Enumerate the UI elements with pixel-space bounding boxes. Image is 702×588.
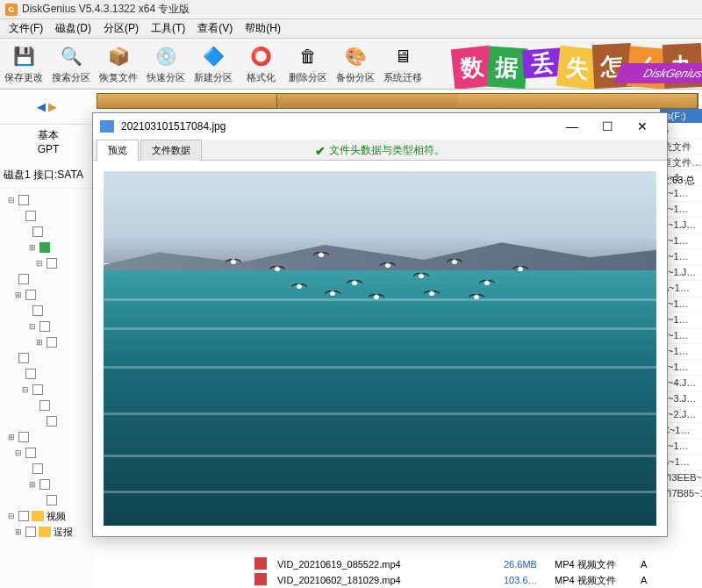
checkbox-icon[interactable] [47, 337, 57, 348]
nav-arrows[interactable]: ◀▶ [0, 90, 97, 125]
toolbar-button[interactable]: 🗑删除分区 [284, 39, 332, 89]
checkbox-icon[interactable] [32, 384, 43, 395]
toolbar-button[interactable]: 📦恢复文件 [95, 39, 142, 89]
checkbox-icon[interactable] [25, 369, 36, 379]
expand-icon[interactable]: ⊞ [14, 527, 23, 536]
tree-row[interactable] [2, 413, 95, 429]
checkbox-icon[interactable] [25, 211, 36, 221]
checkbox-icon[interactable] [39, 479, 50, 490]
minimize-button[interactable]: — [555, 115, 590, 138]
disk-map-bar[interactable] [97, 93, 698, 109]
tree-row[interactable] [2, 208, 95, 224]
checkbox-icon[interactable] [25, 290, 36, 300]
tree-row[interactable]: ⊞ [2, 334, 95, 350]
checkbox-icon[interactable] [18, 195, 29, 205]
video-file-icon [254, 573, 267, 585]
checkbox-icon[interactable] [39, 242, 50, 253]
checkbox-icon[interactable] [18, 432, 29, 442]
file-row[interactable]: VID_20210619_085522.mp426.6MBMP4 视频文件A [254, 556, 658, 572]
tree-row[interactable] [2, 461, 95, 477]
dialog-filename: 202103101517084.jpg [121, 120, 555, 133]
expand-icon[interactable]: ⊟ [21, 385, 30, 394]
tree-row[interactable]: ⊞ [2, 477, 95, 492]
menu-item[interactable]: 文件(F) [4, 19, 48, 38]
tree-row[interactable]: ⊟ [2, 192, 95, 208]
toolbar-button[interactable]: 🖥系统迁移 [379, 39, 426, 89]
menu-item[interactable]: 查看(V) [192, 19, 238, 38]
toolbar-button[interactable]: 💿快速分区 [142, 39, 190, 89]
checkbox-icon[interactable] [47, 495, 57, 506]
tree-row[interactable]: ⊞ [2, 287, 95, 303]
checkbox-icon[interactable] [25, 527, 36, 537]
bird-icon [369, 291, 384, 302]
preview-dialog: 202103101517084.jpg — ☐ ✕ 预览 文件数据 ✔ 文件头数… [92, 112, 668, 537]
expand-icon[interactable]: ⊟ [7, 512, 16, 520]
menu-item[interactable]: 帮助(H) [240, 19, 286, 38]
tree-row[interactable]: ⊟ [2, 319, 95, 334]
expand-icon[interactable]: ⊟ [14, 448, 23, 457]
checkbox-icon[interactable] [47, 258, 57, 269]
tree-row[interactable]: ⊟ [2, 382, 95, 398]
checkbox-icon[interactable] [39, 400, 50, 411]
bird-icon [479, 277, 495, 288]
tree-row[interactable] [2, 366, 95, 382]
expand-icon[interactable]: ⊞ [7, 433, 16, 441]
folder-icon [32, 511, 44, 521]
checkbox-icon[interactable] [39, 321, 50, 332]
file-row[interactable]: VID_20210602_181029.mp4103.6…MP4 视频文件A [254, 572, 658, 588]
menu-item[interactable]: 磁盘(D) [50, 19, 97, 38]
dialog-titlebar[interactable]: 202103101517084.jpg — ☐ ✕ [93, 113, 667, 140]
expand-icon[interactable]: ⊞ [28, 480, 37, 489]
menu-item[interactable]: 工具(T) [146, 19, 190, 38]
bird-icon [226, 256, 241, 267]
toolbar-button[interactable]: 🔷新建分区 [190, 39, 237, 89]
tree-row[interactable] [2, 492, 95, 508]
toolbar-icon: 🖥 [390, 43, 416, 69]
expand-icon[interactable]: ⊟ [7, 196, 16, 204]
tree-row[interactable] [2, 303, 95, 319]
dialog-tabs: 预览 文件数据 ✔ 文件头数据与类型相符。 [93, 140, 667, 161]
tree-row[interactable]: ⊞ [2, 429, 95, 445]
file-list-bottom: VID_20210619_085522.mp426.6MBMP4 视频文件AVI… [254, 556, 658, 588]
preview-body [93, 161, 667, 536]
checkbox-icon[interactable] [32, 305, 43, 316]
checkbox-icon[interactable] [18, 353, 29, 363]
bird-icon [380, 260, 396, 270]
expand-icon[interactable]: ⊟ [28, 322, 37, 331]
close-button[interactable]: ✕ [625, 115, 660, 138]
toolbar-button[interactable]: 🎨备份分区 [332, 39, 379, 89]
expand-icon[interactable]: ⊞ [28, 243, 37, 252]
checkbox-icon[interactable] [47, 416, 57, 427]
tree-row[interactable]: ⊞ [2, 240, 95, 255]
toolbar-button[interactable]: 🔍搜索分区 [47, 39, 95, 89]
expand-icon[interactable]: ⊞ [35, 338, 44, 347]
tree-row[interactable] [2, 224, 95, 240]
menu-item[interactable]: 分区(P) [98, 19, 144, 38]
disk-type-info: 基本 GPT [0, 125, 97, 162]
tab-file-data[interactable]: 文件数据 [140, 140, 202, 161]
maximize-button[interactable]: ☐ [590, 115, 625, 138]
toolbar-icon: 🔍 [58, 43, 84, 69]
checkbox-icon[interactable] [32, 463, 43, 474]
toolbar-icon: ⭕ [247, 43, 274, 69]
bird-icon [313, 249, 329, 260]
toolbar-button[interactable]: 💾保存更改 [0, 39, 47, 89]
tree-row[interactable] [2, 271, 95, 287]
tree-row[interactable] [2, 350, 95, 366]
checkbox-icon[interactable] [18, 274, 29, 284]
tab-preview[interactable]: 预览 [97, 140, 139, 161]
tree-row[interactable]: ⊟视频 [2, 508, 95, 524]
checkbox-icon[interactable] [32, 226, 43, 237]
bird-icon [512, 263, 528, 274]
checkbox-icon[interactable] [25, 448, 36, 458]
expand-icon[interactable]: ⊟ [35, 259, 44, 268]
expand-icon[interactable]: ⊞ [14, 290, 23, 299]
tree-row[interactable]: ⊟ [2, 255, 95, 271]
tree-row[interactable]: ⊟ [2, 445, 95, 461]
directory-tree[interactable]: ⊟⊞⊟⊞⊟⊞⊟⊞⊟⊞⊟视频⊞逞报 [0, 189, 97, 543]
toolbar-button[interactable]: ⭕格式化 [237, 39, 284, 89]
checkbox-icon[interactable] [18, 511, 29, 521]
tree-row[interactable]: ⊞逞报 [2, 524, 95, 540]
file-header-status: ✔ 文件头数据与类型相符。 [315, 143, 445, 158]
tree-row[interactable] [2, 398, 95, 413]
